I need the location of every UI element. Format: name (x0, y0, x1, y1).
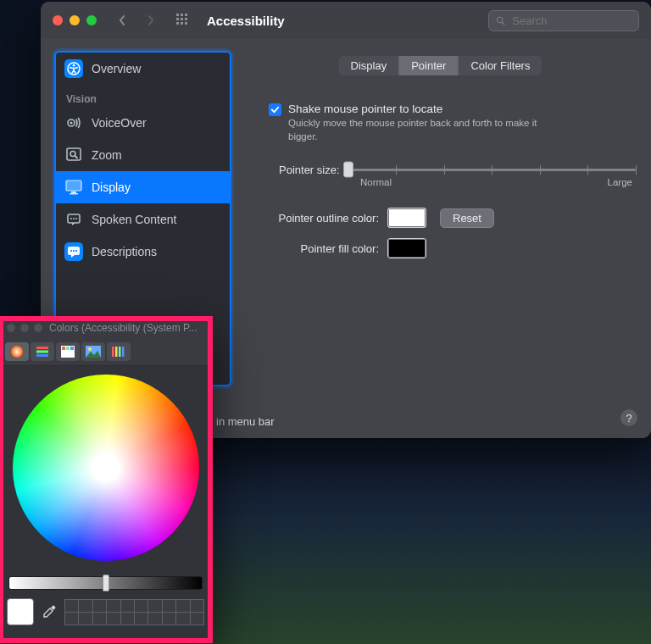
brightness-knob[interactable] (103, 575, 109, 591)
sidebar-item-voiceover[interactable]: VoiceOver (56, 107, 230, 139)
shake-locate-help: Quickly move the mouse pointer back and … (288, 117, 568, 143)
chevron-right-icon (147, 14, 155, 26)
sidebar-item-zoom[interactable]: Zoom (56, 139, 230, 171)
svg-rect-42 (119, 347, 121, 357)
pointer-size-knob[interactable] (343, 162, 353, 178)
picker-tab-image[interactable] (81, 342, 105, 361)
color-wheel-cursor[interactable] (98, 460, 114, 475)
svg-rect-0 (176, 14, 179, 16)
zoom-window-button[interactable] (86, 15, 97, 25)
eyedropper-button[interactable] (41, 603, 58, 620)
svg-rect-2 (185, 14, 187, 16)
svg-line-17 (75, 156, 78, 158)
sidebar-item-label: Zoom (92, 148, 122, 162)
svg-rect-4 (181, 18, 183, 20)
sidebar-item-descriptions[interactable]: Descriptions (56, 236, 230, 268)
image-icon (86, 346, 101, 358)
svg-rect-8 (185, 22, 187, 25)
svg-rect-5 (185, 18, 187, 20)
shake-locate-checkbox[interactable] (269, 103, 281, 116)
svg-point-9 (497, 17, 502, 22)
sliders-icon (36, 346, 49, 358)
show-all-button[interactable] (175, 12, 192, 29)
svg-rect-31 (36, 347, 48, 349)
svg-rect-6 (176, 22, 179, 25)
sidebar-item-spoken-content[interactable]: Spoken Content (56, 203, 230, 236)
svg-rect-18 (66, 180, 81, 191)
tab-pointer[interactable]: Pointer (399, 56, 459, 75)
svg-point-25 (75, 218, 77, 219)
svg-rect-33 (36, 354, 48, 357)
color-picker-titlebar: Colors (Accessibility (System P... (0, 318, 211, 338)
help-button[interactable]: ? (620, 409, 637, 426)
pointer-size-slider[interactable] (348, 162, 636, 177)
svg-rect-36 (66, 347, 70, 350)
close-window-button[interactable] (53, 15, 63, 25)
picker-minimize-button[interactable] (20, 324, 29, 332)
window-controls (53, 15, 97, 25)
svg-rect-20 (71, 192, 76, 193)
current-color-swatch[interactable] (7, 598, 34, 625)
palette-icon (61, 346, 75, 358)
sidebar-item-label: Overview (92, 62, 141, 75)
color-picker-window: Colors (Accessibility (System P... (0, 318, 211, 641)
search-field[interactable] (488, 10, 639, 31)
svg-point-12 (73, 64, 75, 67)
descriptions-icon (64, 242, 83, 261)
svg-rect-3 (176, 18, 179, 20)
minimize-window-button[interactable] (70, 15, 80, 25)
reset-button[interactable]: Reset (440, 208, 494, 228)
content-pane: Display Pointer Color Filters Shake mous… (240, 39, 651, 438)
svg-rect-15 (67, 148, 81, 160)
display-icon (64, 178, 83, 197)
sidebar-section-vision: Vision (56, 85, 230, 107)
pointer-size-min-label: Normal (360, 177, 392, 187)
picker-tab-sliders[interactable] (31, 342, 54, 361)
sidebar-item-display[interactable]: Display (56, 171, 230, 203)
color-wheel[interactable] (13, 375, 199, 561)
svg-rect-41 (115, 347, 118, 357)
color-picker-mode-tabs (0, 338, 211, 366)
color-picker-window-controls[interactable] (7, 324, 42, 332)
sidebar-item-label: Spoken Content (92, 213, 176, 226)
pointer-outline-color-well[interactable] (387, 208, 426, 228)
voiceover-icon (64, 114, 83, 132)
svg-point-39 (88, 347, 92, 351)
picker-tab-palettes[interactable] (56, 342, 80, 361)
segmented-tabs: Display Pointer Color Filters (339, 56, 542, 75)
svg-line-10 (502, 22, 504, 24)
svg-rect-21 (70, 193, 78, 195)
color-swatch-grid[interactable] (64, 599, 204, 625)
sidebar-item-overview[interactable]: Overview (56, 53, 230, 85)
picker-zoom-button[interactable] (34, 324, 42, 332)
forward-button[interactable] (141, 10, 161, 31)
tab-color-filters[interactable]: Color Filters (459, 56, 542, 75)
pointer-fill-color-well[interactable] (387, 238, 426, 258)
color-picker-title: Colors (Accessibility (System P... (49, 322, 198, 334)
chevron-left-icon (118, 14, 126, 26)
search-icon (496, 15, 505, 26)
picker-tab-pencils[interactable] (107, 342, 131, 361)
svg-point-23 (70, 218, 72, 219)
shake-locate-label: Shake mouse pointer to locate (288, 103, 568, 115)
svg-point-24 (73, 218, 75, 219)
grid-icon (176, 14, 190, 27)
search-input[interactable] (510, 14, 632, 28)
picker-close-button[interactable] (7, 324, 15, 332)
tab-display[interactable]: Display (339, 56, 400, 75)
brightness-slider[interactable] (8, 576, 203, 590)
svg-point-14 (70, 121, 72, 124)
pointer-size-max-label: Large (608, 177, 632, 187)
color-wheel-icon (10, 345, 24, 358)
svg-rect-32 (36, 351, 48, 353)
picker-tab-wheel[interactable] (5, 342, 29, 361)
svg-rect-1 (181, 14, 183, 16)
pointer-outline-label: Pointer outline color: (260, 212, 387, 225)
titlebar: Accessibility (41, 2, 651, 39)
svg-rect-40 (112, 347, 114, 357)
svg-rect-37 (70, 347, 74, 350)
svg-point-30 (11, 346, 23, 358)
back-button[interactable] (112, 10, 132, 31)
sidebar-item-label: Display (92, 180, 131, 194)
menubar-option-partial: in menu bar (216, 415, 275, 428)
